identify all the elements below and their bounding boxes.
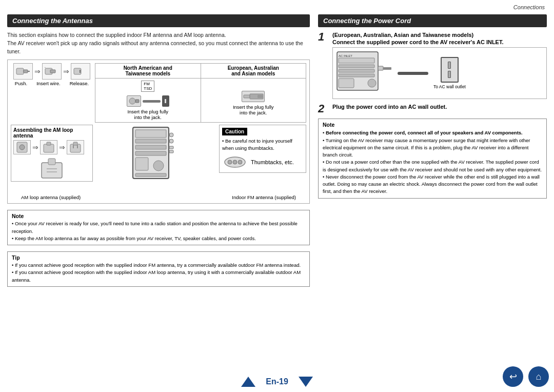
am-box-3 xyxy=(67,140,84,154)
plug-na xyxy=(127,95,169,107)
step1-title: (European, Australian, Asian and Taiwane… xyxy=(332,31,547,39)
svg-rect-46 xyxy=(339,74,374,77)
caution-text: • Be careful not to injure yourselfwhen … xyxy=(222,138,303,151)
left-note-box: Note • Once your AV receiver is ready fo… xyxy=(7,210,310,245)
diagram-bottom: Assembling the AM loop antenna ⇒ xyxy=(11,125,306,192)
home-button[interactable]: ⌂ xyxy=(528,366,549,387)
svg-rect-27 xyxy=(135,139,166,143)
model-content-row: FMTSD xyxy=(95,79,306,122)
model-header-row: North American and Taiwanese models Euro… xyxy=(95,64,306,79)
am-arrow2: ⇒ xyxy=(59,143,65,151)
svg-rect-16 xyxy=(47,142,51,145)
wall-outlet-section: To AC wall outlet xyxy=(433,57,466,89)
model-content-na: FMTSD xyxy=(95,79,201,122)
svg-point-48 xyxy=(368,79,376,87)
right-note-header: Note xyxy=(323,122,542,128)
page-label: En-19 xyxy=(266,377,288,386)
back-button[interactable]: ↩ xyxy=(503,366,523,387)
receiver-diagram: AC INLET xyxy=(336,51,392,95)
thumbtack-label: Thumbtacks, etc. xyxy=(251,159,294,165)
svg-rect-50 xyxy=(383,67,391,70)
left-column: Connecting the Antennas This section exp… xyxy=(7,14,310,387)
svg-rect-10 xyxy=(244,95,250,98)
svg-rect-1 xyxy=(24,70,28,73)
release-image xyxy=(71,63,90,80)
right-note-items: • Before connecting the power cord, conn… xyxy=(323,129,542,195)
arrow1: ⇒ xyxy=(34,67,41,75)
thumbtack-diagram: Thumbtacks, etc. xyxy=(222,154,303,170)
svg-rect-22 xyxy=(48,159,55,165)
wall-outlet xyxy=(441,57,459,83)
cable-section xyxy=(398,72,428,75)
svg-rect-30 xyxy=(135,158,148,170)
device-center xyxy=(96,125,216,192)
push-image xyxy=(13,63,33,80)
am-loop-images: ⇒ ⇒ xyxy=(13,140,90,154)
svg-point-8 xyxy=(129,98,135,104)
pir-section: ⇒ ⇒ xyxy=(11,63,93,123)
svg-point-40 xyxy=(238,160,242,164)
left-note-items: • Once your AV receiver is ready for use… xyxy=(12,220,305,242)
am-arrow1: ⇒ xyxy=(32,143,38,151)
svg-rect-47 xyxy=(339,79,354,88)
svg-rect-9 xyxy=(135,100,139,103)
svg-rect-45 xyxy=(339,69,374,72)
am-loop-bottom xyxy=(13,158,90,179)
plug-eu xyxy=(242,91,265,102)
pir-labels: Push. Insert wire. Release. xyxy=(15,81,89,86)
step1-number: 1 xyxy=(318,31,328,43)
svg-rect-12 xyxy=(258,95,263,98)
svg-rect-44 xyxy=(339,65,374,68)
fm-antenna-caption: Indoor FM antenna (supplied) xyxy=(232,194,296,200)
am-box-1 xyxy=(13,140,31,154)
svg-point-31 xyxy=(153,161,164,171)
connections-label: Connections xyxy=(513,4,545,10)
svg-rect-26 xyxy=(135,130,166,138)
svg-rect-49 xyxy=(378,66,383,70)
am-loop-section: Assembling the AM loop antenna ⇒ xyxy=(11,125,93,182)
step2-title: Plug the power cord into an AC wall outl… xyxy=(332,103,547,111)
left-tip-header: Tip xyxy=(12,254,305,261)
svg-rect-29 xyxy=(135,151,166,155)
back-icon: ↩ xyxy=(509,371,517,382)
power-cord-diagram: AC INLET xyxy=(332,47,547,99)
svg-point-33 xyxy=(169,139,173,143)
svg-text:AC INLET: AC INLET xyxy=(339,54,352,57)
left-note-header: Note xyxy=(12,213,305,219)
right-column: Connecting the Power Cord 1 (European, A… xyxy=(318,14,547,387)
svg-rect-4 xyxy=(50,70,55,73)
bottom-nav: En-19 ↩ ⌂ xyxy=(0,377,554,387)
svg-rect-0 xyxy=(16,68,24,74)
caption-eu: Insert the plug fullyinto the jack. xyxy=(233,104,274,115)
svg-rect-36 xyxy=(135,173,166,177)
am-box-2 xyxy=(40,140,57,154)
svg-rect-34 xyxy=(169,146,173,149)
outlet-label: To AC wall outlet xyxy=(433,84,466,89)
right-note-box: Note • Before connecting the power cord,… xyxy=(318,119,547,198)
pir-images: ⇒ ⇒ xyxy=(13,63,90,80)
step2-content: Plug the power cord into an AC wall outl… xyxy=(332,103,547,111)
step1-row: 1 (European, Australian, Asian and Taiwa… xyxy=(318,31,547,99)
intro-text: This section explains how to connect the… xyxy=(7,31,310,55)
device-wrapper xyxy=(130,125,182,192)
step2-row: 2 Plug the power cord into an AC wall ou… xyxy=(318,103,547,114)
caution-header: Caution xyxy=(222,128,247,135)
model-header-na: North American and Taiwanese models xyxy=(95,64,201,78)
am-loop-caption: AM loop antenna (supplied) xyxy=(21,194,81,200)
step1-content: (European, Australian, Asian and Taiwane… xyxy=(332,31,547,99)
step2-number: 2 xyxy=(318,103,328,114)
caution-section: Caution • Be careful not to injure yours… xyxy=(219,125,306,173)
right-section-header: Connecting the Power Cord xyxy=(318,14,547,27)
svg-rect-35 xyxy=(169,150,173,153)
arrow2: ⇒ xyxy=(63,67,69,75)
svg-rect-28 xyxy=(135,145,166,149)
model-header-eu: European, Australian and Asian models xyxy=(201,64,306,78)
svg-point-32 xyxy=(169,133,173,137)
nav-down-arrow[interactable] xyxy=(299,377,313,387)
outlet-slot-1 xyxy=(448,62,451,69)
nav-up-arrow[interactable] xyxy=(241,377,255,387)
svg-point-14 xyxy=(19,145,25,150)
model-tables: North American and Taiwanese models Euro… xyxy=(95,63,306,123)
left-tip-box: Tip • If you cannot achieve good recepti… xyxy=(7,251,310,287)
svg-point-38 xyxy=(228,160,232,164)
